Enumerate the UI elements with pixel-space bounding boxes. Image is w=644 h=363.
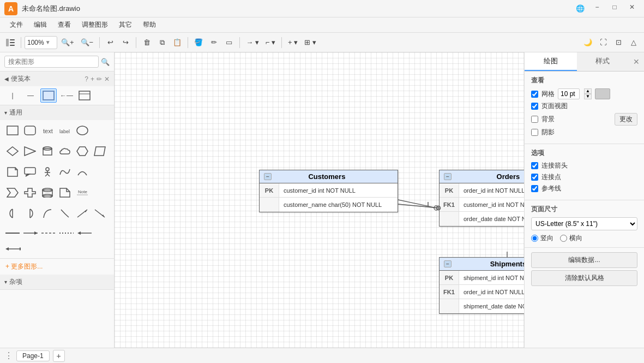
paste-button[interactable]: 📋 — [170, 35, 184, 50]
frame-button[interactable]: ▭ — [222, 35, 236, 50]
shape-arrow-left[interactable]: ←— — [58, 88, 75, 103]
notepad-edit-icon[interactable]: ✏ — [97, 75, 102, 83]
connect-point-label[interactable]: 连接点 — [541, 172, 561, 182]
menu-help[interactable]: 帮助 — [137, 18, 161, 32]
shape-half-circle-l[interactable] — [4, 206, 21, 221]
shape-note[interactable] — [57, 186, 73, 200]
page-view-label[interactable]: 页面视图 — [541, 102, 568, 111]
shape-rect-rounded[interactable] — [22, 123, 38, 138]
zoom-display[interactable]: 100% ▼ — [25, 36, 57, 49]
shape-half-circle-r[interactable] — [22, 206, 38, 221]
copy-button[interactable]: ⧉ — [155, 35, 169, 50]
fullscreen-button[interactable]: ⛶ — [596, 35, 610, 50]
portrait-label[interactable]: 竖向 — [531, 234, 553, 243]
connect-point-checkbox[interactable] — [531, 174, 538, 181]
grid-down-btn[interactable]: ▼ — [584, 94, 592, 99]
menu-file[interactable]: 文件 — [4, 18, 28, 32]
right-panel-close-btn[interactable]: ✕ — [629, 52, 644, 71]
notepad-close-icon[interactable]: ✕ — [104, 75, 110, 83]
general-section-header[interactable]: ▾ 通用 — [0, 105, 114, 120]
grid-up-btn[interactable]: ▲ — [584, 88, 592, 94]
canvas-area[interactable]: − Customers PK customer_id int NOT NULL … — [115, 52, 524, 348]
shape-solid-line[interactable] — [4, 226, 21, 240]
more-shapes[interactable]: + 更多图形... — [0, 259, 114, 275]
shape-chevron[interactable] — [4, 186, 21, 200]
shape-double-arrow[interactable] — [4, 242, 21, 256]
shape-cylinder[interactable] — [39, 144, 56, 158]
shape-curve-s[interactable] — [39, 206, 56, 221]
landscape-label[interactable]: 横向 — [560, 234, 582, 243]
shape-rect-selected[interactable] — [40, 88, 57, 103]
arrow-button[interactable]: → ▾ — [243, 35, 262, 50]
collapse-panel-button[interactable]: △ — [627, 35, 641, 50]
shape-label[interactable]: label — [57, 123, 73, 138]
reference-line-checkbox[interactable] — [531, 185, 538, 192]
shape-arrow-left2[interactable] — [76, 226, 93, 240]
grid-label[interactable]: 网格 — [541, 90, 555, 99]
shape-arrow-diag1[interactable] — [74, 206, 91, 221]
customers-table[interactable]: − Customers PK customer_id int NOT NULL … — [259, 170, 398, 212]
menu-adjust[interactable]: 调整图形 — [76, 18, 113, 32]
tab-style[interactable]: 样式 — [577, 52, 629, 71]
shape-triangle-r[interactable] — [22, 144, 38, 158]
grid-value-input[interactable] — [558, 88, 580, 99]
shape-parallelogram[interactable] — [92, 144, 108, 158]
portrait-radio[interactable] — [531, 235, 538, 242]
shape-rhombus[interactable] — [4, 144, 21, 158]
minimize-button[interactable]: − — [589, 2, 605, 13]
shape-database[interactable] — [39, 186, 56, 200]
shape-text[interactable]: text — [39, 123, 56, 138]
menu-view[interactable]: 查看 — [52, 18, 76, 32]
menu-edit[interactable]: 编辑 — [28, 18, 52, 32]
orders-collapse[interactable]: − — [444, 173, 452, 180]
format-button[interactable]: ⊡ — [611, 35, 625, 50]
shape-callout[interactable] — [22, 165, 38, 179]
shadow-label[interactable]: 阴影 — [541, 128, 555, 137]
sidebar-toggle-button[interactable] — [3, 35, 17, 50]
shape-arrow-line[interactable] — [22, 226, 39, 240]
shape-cross[interactable] — [22, 186, 38, 200]
edit-data-btn[interactable]: 编辑数据... — [531, 252, 637, 268]
misc-section-header[interactable]: ▾ 杂项 — [0, 275, 114, 289]
line-button[interactable]: ✏ — [207, 35, 221, 50]
reference-line-label[interactable]: 参考线 — [541, 184, 561, 193]
search-icon[interactable]: 🔍 — [101, 58, 110, 66]
customers-collapse[interactable]: − — [264, 173, 272, 180]
notepad-help-icon[interactable]: ? — [85, 75, 88, 83]
zoom-in-button[interactable]: 🔍+ — [58, 35, 77, 50]
clear-style-btn[interactable]: 清除默认风格 — [531, 270, 637, 286]
shape-actor[interactable] — [39, 165, 56, 179]
maximize-button[interactable]: □ — [607, 2, 622, 13]
background-label[interactable]: 背景 — [541, 115, 555, 124]
menu-other[interactable]: 其它 — [113, 18, 137, 32]
redo-button[interactable]: ↪ — [118, 35, 133, 50]
tab-drawing[interactable]: 绘图 — [525, 52, 577, 71]
add-button[interactable]: + ▾ — [285, 35, 300, 50]
connect-arrow-checkbox[interactable] — [531, 162, 538, 169]
grid-checkbox[interactable] — [531, 91, 538, 98]
shape-hexagon[interactable] — [74, 144, 91, 158]
page-1-tab[interactable]: Page-1 — [16, 350, 50, 361]
zoom-out-button[interactable]: 🔍− — [78, 35, 97, 50]
shape-table[interactable] — [76, 88, 93, 103]
shape-arrow-h[interactable]: — — [22, 88, 39, 103]
grid-button[interactable]: ⊞ ▾ — [302, 35, 319, 50]
globe-button[interactable]: 🌐 — [573, 2, 587, 16]
connect-arrow-label[interactable]: 连接箭头 — [541, 161, 568, 170]
notepad-add-icon[interactable]: + — [91, 75, 94, 83]
shape-arc[interactable] — [74, 165, 91, 179]
shape-line[interactable]: | — [4, 88, 21, 103]
add-page-btn[interactable]: + — [53, 350, 65, 362]
shape-curve-z[interactable] — [57, 206, 73, 221]
shipments-collapse[interactable]: − — [444, 260, 452, 267]
shape-dotted-line[interactable] — [58, 226, 75, 240]
dark-mode-button[interactable]: 🌙 — [581, 35, 595, 50]
shape-rect[interactable] — [4, 123, 21, 138]
close-button[interactable]: ✕ — [624, 2, 640, 13]
notepad-section-header[interactable]: ◀ 便笺本 ? + ✏ ✕ — [0, 72, 114, 86]
grid-color-swatch[interactable] — [595, 88, 610, 99]
orders-table[interactable]: − Orders PK order_id int NOT NULL FK1 cu… — [439, 170, 524, 227]
page-view-checkbox[interactable] — [531, 103, 538, 110]
page-size-select[interactable]: US-Letter (8.5" x 11") — [531, 217, 637, 230]
fill-button[interactable]: 🪣 — [191, 35, 206, 50]
